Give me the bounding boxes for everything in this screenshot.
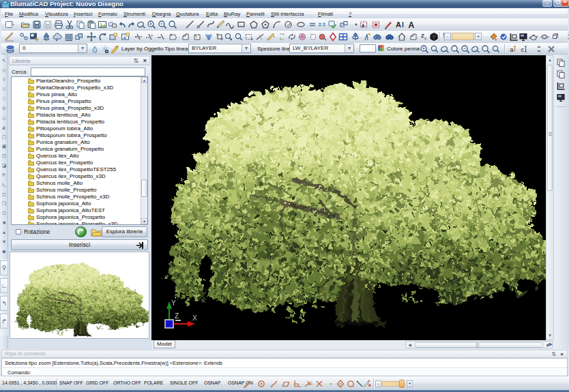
- svg-text:X: X: [192, 314, 197, 322]
- svg-text:x: x: [424, 36, 427, 41]
- svg-text:Y: Y: [171, 299, 176, 307]
- svg-text:Z: Z: [175, 312, 179, 320]
- svg-text:a: a: [510, 46, 514, 53]
- svg-text:c: c: [521, 46, 525, 53]
- svg-text:A: A: [396, 20, 401, 29]
- svg-text:A: A: [409, 20, 415, 30]
